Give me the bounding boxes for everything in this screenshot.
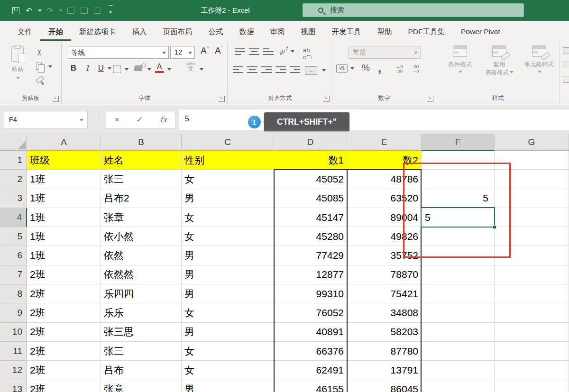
italic-button[interactable]: I [83,64,92,73]
cell[interactable]: 1班 [27,189,101,208]
cell[interactable]: 张章 [101,208,182,227]
cell-b1[interactable]: 姓名 [101,151,182,170]
accounting-format-icon[interactable]: ¥$ [336,64,348,73]
quick-print-icon[interactable] [79,5,89,16]
tab-power-pivot[interactable]: Power Pivot [453,23,508,40]
row-header[interactable]: 11 [0,342,27,361]
cell[interactable]: 男 [182,380,274,392]
search-box[interactable]: 搜索 [303,3,524,17]
decrease-decimal-icon[interactable]: .00→0 [412,64,419,73]
align-right-icon[interactable] [261,66,272,73]
cell[interactable]: 男 [182,284,274,303]
row-header[interactable]: 1 [0,151,27,170]
cell[interactable]: 女 [182,170,274,189]
cell[interactable]: 依然然 [101,265,182,284]
orientation-icon[interactable]: ab↗ [277,45,290,57]
align-top-icon[interactable] [235,48,245,55]
row-header[interactable]: 8 [0,284,27,303]
cell[interactable]: 2班 [27,303,101,322]
row-header[interactable]: 9 [0,303,27,322]
save-icon[interactable] [10,5,21,16]
paste-button[interactable]: 粘贴 [7,46,28,82]
cell[interactable]: 78870 [347,265,422,284]
tab-formulas[interactable]: 公式 [201,22,231,41]
column-header-a[interactable]: A [27,134,101,151]
cell-styles-button[interactable]: 单元格样式 [520,46,558,75]
cell[interactable]: 40891 [274,323,347,342]
cell[interactable]: 86045 [347,380,422,392]
cell[interactable] [495,361,569,380]
cell[interactable]: 12877 [274,265,347,284]
font-color-button[interactable]: A [155,63,164,73]
name-box[interactable]: F4 [4,111,88,128]
fill-color-icon[interactable] [134,65,143,71]
cell[interactable]: 女 [182,227,274,246]
cancel-icon[interactable]: × [115,115,119,125]
cell[interactable] [495,380,569,392]
cell[interactable]: 张三 [101,342,182,361]
number-dialog-launcher[interactable]: ↘ [427,96,433,102]
row-header[interactable]: 12 [0,361,27,380]
column-header-d[interactable]: D [274,134,347,151]
cell[interactable]: 46155 [274,380,347,392]
cell[interactable] [422,380,495,392]
decrease-font-button[interactable]: Aˇ [215,46,222,56]
cell[interactable]: 1班 [27,208,101,227]
undo-dropdown-icon[interactable] [38,9,42,14]
cell[interactable]: 34808 [347,303,422,322]
cell[interactable]: 男 [182,323,274,342]
cell[interactable]: 45052 [274,170,347,189]
print-preview-icon[interactable] [92,5,102,16]
cell[interactable]: 62491 [274,361,347,380]
cell[interactable]: 女 [182,361,274,380]
tab-pdf-tools[interactable]: PDF工具集 [400,22,453,41]
cell[interactable]: 吕布2 [101,189,182,208]
cell[interactable]: 男 [182,265,274,284]
align-bottom-icon[interactable] [263,48,274,55]
cell[interactable] [495,303,569,322]
cell[interactable]: 男 [182,189,274,208]
cell[interactable] [422,361,495,380]
cell[interactable]: 张三思 [101,323,182,342]
cell[interactable]: 2班 [27,265,101,284]
percent-style-icon[interactable]: % [362,63,370,73]
column-header-e[interactable]: E [347,134,422,151]
tab-view[interactable]: 视图 [293,22,324,41]
comma-style-icon[interactable]: , [378,61,381,75]
increase-indent-icon[interactable] [290,66,300,73]
paste-dropdown-icon[interactable] [16,77,20,81]
column-header-g[interactable]: G [495,134,569,151]
cell[interactable]: 依小然 [101,227,182,246]
cell[interactable] [495,284,569,303]
tab-home[interactable]: 开始 [40,22,71,41]
cell[interactable]: 张三 [101,170,182,189]
cell[interactable]: 77429 [274,246,347,265]
cell[interactable]: 2班 [27,284,101,303]
formula-input[interactable]: 5 [179,109,569,130]
cell[interactable] [495,323,569,342]
tab-help[interactable]: 帮助 [369,22,400,41]
clipboard-dialog-launcher[interactable]: ↘ [53,96,59,102]
cell[interactable]: 女 [182,342,274,361]
tab-insert[interactable]: 插入 [124,22,155,41]
cell[interactable]: 58203 [347,323,422,342]
cell[interactable]: 吕布 [101,361,182,380]
cell[interactable]: 2班 [27,380,101,392]
cell[interactable] [422,265,495,284]
cell[interactable]: 75421 [347,284,422,303]
number-format-combo[interactable]: 常规 [349,46,421,59]
row-header[interactable]: 5 [0,227,27,246]
align-center-icon[interactable] [247,66,257,73]
row-header[interactable]: 13 [0,380,27,392]
wrap-text-icon[interactable]: abc⮌ [303,46,312,61]
cell[interactable]: 男 [182,246,274,265]
row-header[interactable]: 6 [0,246,27,265]
cell[interactable] [422,323,495,342]
cell[interactable]: 乐乐 [101,303,182,322]
cell[interactable]: 1班 [27,170,101,189]
row-header[interactable]: 7 [0,265,27,284]
cell[interactable]: 女 [182,303,274,322]
row-header[interactable]: 10 [0,323,27,342]
cell[interactable] [495,265,569,284]
font-dialog-launcher[interactable]: ↘ [219,96,225,102]
